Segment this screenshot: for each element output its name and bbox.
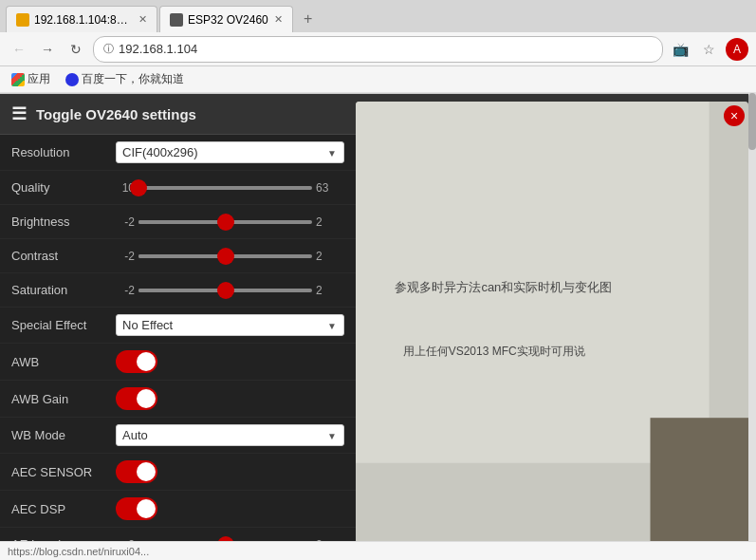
svg-text:参观多时异方法can和实际时机与变化图: 参观多时异方法can和实际时机与变化图 [395,280,612,294]
close-camera-button[interactable]: × [724,105,745,126]
wb-mode-control: Auto [116,424,344,446]
setting-awb: AWB [0,344,356,381]
quality-slider-container: 10 63 [116,181,344,195]
awb-gain-control [116,387,344,410]
awb-gain-toggle-knob [137,389,156,408]
contrast-track[interactable] [138,254,312,258]
setting-awb-gain: AWB Gain [0,381,356,418]
saturation-track[interactable] [138,289,312,292]
refresh-button[interactable]: ↻ [65,38,87,61]
tab-2-close[interactable]: ✕ [274,13,283,26]
camera-view: × 参观多时异方法can和实际时机与变化图 用上任何VS2013 MFC实现时可… [356,102,748,553]
quality-label: Quality [11,180,116,195]
setting-quality: Quality 10 63 [0,171,356,205]
brightness-min: -2 [116,215,135,229]
setting-resolution: Resolution CIF(400x296) [0,135,356,171]
special-effect-label: Special Effect [11,318,116,332]
quality-thumb[interactable] [130,179,147,196]
resolution-control: CIF(400x296) [116,141,344,163]
setting-aec-sensor: AEC SENSOR [0,454,356,491]
saturation-slider-container: -2 2 [116,284,344,297]
url-bar[interactable]: ⓘ 192.168.1.104 [93,36,663,63]
awb-control [116,350,344,373]
wb-mode-label: WB Mode [11,428,116,442]
tab-1[interactable]: 192.168.1.104:8101 ✕ [6,6,157,32]
contrast-max: 2 [316,250,344,263]
setting-brightness: Brightness -2 2 [0,205,356,239]
bookmarks-bar: 应用 百度一下，你就知道 [0,66,756,93]
svg-rect-2 [651,418,749,553]
quality-max: 63 [316,181,344,195]
resolution-select-wrapper: CIF(400x296) [116,141,344,163]
special-effect-select-wrapper: No Effect [116,314,344,336]
setting-saturation: Saturation -2 2 [0,273,356,308]
contrast-slider-container: -2 2 [116,250,344,263]
bookmark-apps[interactable]: 应用 [8,69,54,89]
profile-button[interactable]: A [726,38,748,61]
contrast-thumb[interactable] [217,248,234,265]
aec-sensor-toggle-knob [137,462,156,481]
aec-dsp-toggle[interactable] [116,497,157,520]
status-bar: https://blog.csdn.net/niruxi04... [0,541,756,560]
forward-button[interactable]: → [36,38,59,61]
bookmark-button[interactable]: ☆ [697,38,720,61]
cast-button[interactable]: 📺 [669,38,691,61]
aec-sensor-toggle[interactable] [116,460,157,483]
new-tab-button[interactable]: + [295,6,322,32]
apps-icon [11,73,25,86]
aec-dsp-control [116,497,344,520]
setting-wb-mode: WB Mode Auto [0,418,356,454]
awb-toggle-knob [137,352,156,371]
brightness-control: -2 2 [116,215,344,229]
special-effect-control: No Effect [116,314,344,336]
resolution-select[interactable]: CIF(400x296) [116,141,344,163]
scrollbar-track [748,93,756,541]
brightness-thumb[interactable] [217,214,234,231]
scrollbar-thumb[interactable] [748,93,756,150]
aec-sensor-control [116,460,344,483]
bookmark-baidu[interactable]: 百度一下，你就知道 [62,69,188,89]
setting-contrast: Contrast -2 2 [0,239,356,273]
awb-label: AWB [11,355,116,369]
back-button[interactable]: ← [8,38,30,61]
settings-sidebar: ☰ Toggle OV2640 settings Resolution CIF(… [0,94,356,560]
aec-sensor-label: AEC SENSOR [11,465,116,479]
svg-text:用上任何VS2013 MFC实现时可用说: 用上任何VS2013 MFC实现时可用说 [403,345,585,358]
bookmark-baidu-label: 百度一下，你就知道 [82,71,184,87]
tab-1-close[interactable]: ✕ [138,13,147,26]
special-effect-select[interactable]: No Effect [116,314,344,336]
quality-control: 10 63 [116,181,344,195]
resolution-label: Resolution [11,145,116,159]
baidu-icon [65,73,79,86]
awb-gain-toggle[interactable] [116,387,157,410]
contrast-control: -2 2 [116,250,344,263]
wb-mode-select-wrapper: Auto [116,424,344,446]
camera-image: 参观多时异方法can和实际时机与变化图 用上任何VS2013 MFC实现时可用说 [356,102,748,553]
aec-dsp-label: AEC DSP [11,502,116,516]
saturation-control: -2 2 [116,284,344,297]
saturation-label: Saturation [11,283,116,297]
quality-track[interactable] [138,186,312,190]
lock-icon: ⓘ [103,42,114,56]
contrast-label: Contrast [11,249,116,263]
brightness-track[interactable] [138,220,312,224]
url-text: 192.168.1.104 [119,42,653,56]
menu-icon[interactable]: ☰ [11,103,27,124]
brightness-slider-container: -2 2 [116,215,344,229]
bookmark-apps-label: 应用 [28,71,50,87]
saturation-max: 2 [316,284,344,297]
contrast-fill [138,254,226,258]
page-content: ☰ Toggle OV2640 settings Resolution CIF(… [0,94,756,560]
wb-mode-select[interactable]: Auto [116,424,344,446]
status-url: https://blog.csdn.net/niruxi04... [8,546,149,557]
saturation-thumb[interactable] [217,282,234,299]
tab-bar: 192.168.1.104:8101 ✕ ESP32 OV2460 ✕ + [0,0,756,32]
brightness-fill [138,220,226,224]
awb-toggle[interactable] [116,350,157,373]
contrast-min: -2 [116,250,135,263]
saturation-min: -2 [116,284,135,297]
tab-2[interactable]: ESP32 OV2460 ✕ [159,6,293,32]
brightness-label: Brightness [11,215,116,229]
camera-panel: × 参观多时异方法can和实际时机与变化图 用上任何VS2013 MFC实现时可… [356,94,756,560]
tab-2-label: ESP32 OV2460 [188,13,268,27]
